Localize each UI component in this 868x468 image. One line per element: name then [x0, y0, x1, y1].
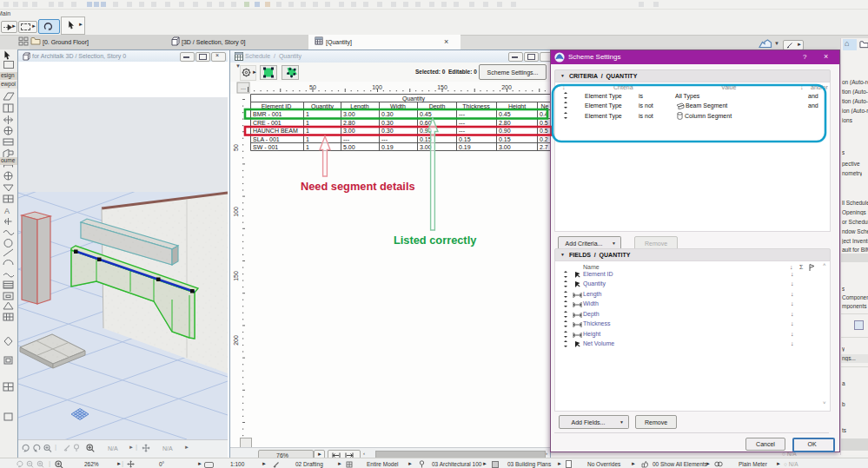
svg-text:Need segment details: Need segment details: [301, 180, 415, 193]
svg-text:Listed correctly: Listed correctly: [394, 234, 477, 247]
